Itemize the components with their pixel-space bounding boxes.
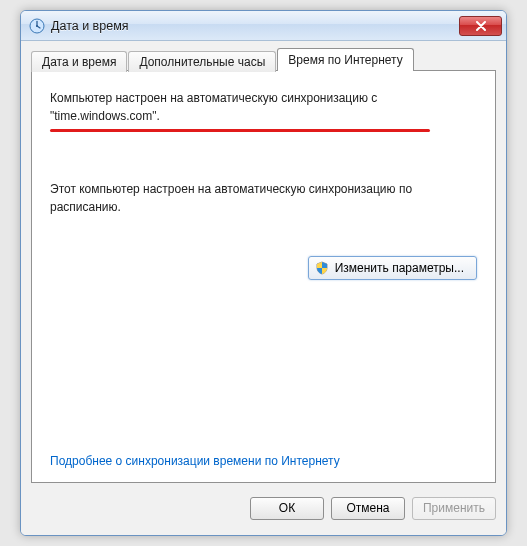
svg-point-3 <box>36 25 38 27</box>
tab-strip: Дата и время Дополнительные часы Время п… <box>31 49 496 71</box>
close-icon <box>476 21 486 31</box>
tab-panel-internet-time: Компьютер настроен на автоматическую син… <box>31 70 496 483</box>
window-title: Дата и время <box>51 19 459 33</box>
ok-button[interactable]: ОК <box>250 497 324 520</box>
clock-icon <box>29 18 45 34</box>
tab-internet-time[interactable]: Время по Интернету <box>277 48 413 71</box>
tab-additional-clocks[interactable]: Дополнительные часы <box>128 51 276 72</box>
help-link[interactable]: Подробнее о синхронизации времени по Инт… <box>50 454 477 468</box>
apply-button: Применить <box>412 497 496 520</box>
change-settings-button[interactable]: Изменить параметры... <box>308 256 477 280</box>
shield-icon <box>315 261 329 275</box>
tab-date-time[interactable]: Дата и время <box>31 51 127 72</box>
schedule-status-text: Этот компьютер настроен на автоматическу… <box>50 180 477 216</box>
dialog-window: Дата и время Дата и время Дополнительные… <box>20 10 507 536</box>
dialog-footer: ОК Отмена Применить <box>31 483 496 525</box>
titlebar[interactable]: Дата и время <box>21 11 506 41</box>
sync-status-text: Компьютер настроен на автоматическую син… <box>50 89 477 125</box>
close-button[interactable] <box>459 16 502 36</box>
cancel-button[interactable]: Отмена <box>331 497 405 520</box>
change-settings-label: Изменить параметры... <box>335 261 464 275</box>
client-area: Дата и время Дополнительные часы Время п… <box>21 41 506 535</box>
